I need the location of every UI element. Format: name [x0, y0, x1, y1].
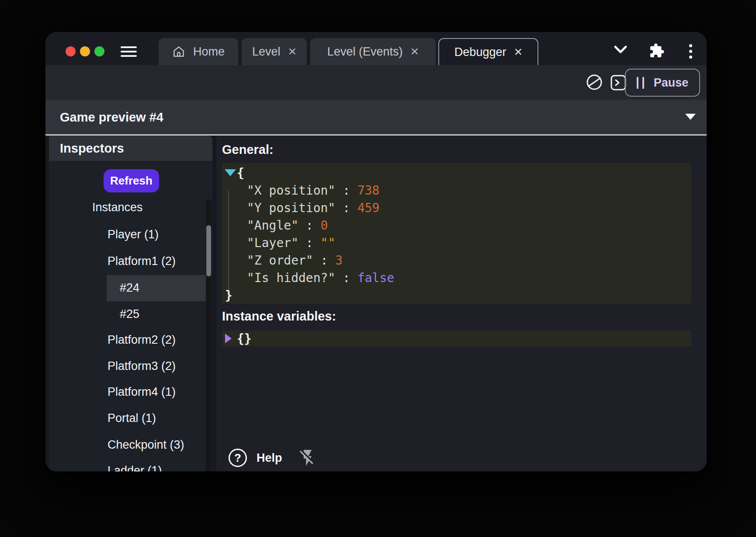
close-brace: }	[222, 288, 232, 303]
tree-item-platform1[interactable]: Platform1 (2)	[49, 251, 206, 271]
tab-label: Home	[193, 45, 225, 59]
close-tab-icon[interactable]: ×	[514, 45, 522, 59]
zoom-window-button[interactable]	[94, 46, 104, 56]
tab-label: Level	[252, 45, 281, 59]
app-window: Home Level × Level (Events) × Debugger ×	[45, 32, 707, 471]
inspector-detail-panel: General: { "X position" : 738 "Y positio…	[216, 136, 707, 471]
json-value: false	[357, 271, 394, 285]
screenshot-stage: Home Level × Level (Events) × Debugger ×	[0, 0, 756, 537]
help-label: Help	[257, 451, 282, 465]
json-row: "Y position" : 459	[222, 199, 691, 216]
close-tab-icon[interactable]: ×	[288, 44, 296, 58]
json-value: 459	[357, 201, 380, 215]
tree-item-instances[interactable]: Instances	[49, 198, 206, 217]
home-icon	[172, 45, 185, 58]
tab-label: Level (Events)	[327, 45, 403, 59]
tree-item-player[interactable]: Player (1)	[49, 225, 206, 244]
console-icon[interactable]	[610, 74, 627, 91]
inspectors-header: Inspectors	[49, 136, 212, 161]
json-value: ""	[321, 236, 336, 250]
dropdown-caret-icon	[685, 114, 696, 120]
flash-off-icon	[298, 448, 317, 468]
collapse-expander-icon[interactable]	[225, 169, 236, 176]
inspectors-sidebar: Inspectors Refresh Instances Player (1) …	[49, 136, 212, 471]
open-brace: {	[237, 166, 244, 180]
inspectors-title: Inspectors	[60, 141, 124, 156]
tree-item-ladder[interactable]: Ladder (1)	[49, 461, 206, 471]
hamburger-menu-icon[interactable]	[121, 46, 137, 57]
titlebar: Home Level × Level (Events) × Debugger ×	[45, 32, 707, 65]
json-value: 3	[335, 253, 343, 268]
tab-level-events[interactable]: Level (Events) ×	[310, 38, 436, 65]
pause-button[interactable]: Pause	[625, 69, 700, 97]
tab-label: Debugger	[454, 45, 506, 59]
help-icon[interactable]: ?	[229, 449, 247, 467]
tree-item-portal[interactable]: Portal (1)	[49, 408, 206, 428]
tree-item-platform4[interactable]: Platform4 (1)	[49, 382, 206, 401]
json-collapsed-row: {}	[222, 331, 691, 346]
expand-expander-icon[interactable]	[225, 334, 232, 343]
tree-item-platform3[interactable]: Platform3 (2)	[49, 356, 206, 376]
game-preview-title: Game preview #4	[60, 110, 163, 125]
kebab-menu-icon[interactable]	[688, 44, 693, 60]
tree-item-instance-24[interactable]: #24	[49, 278, 206, 297]
tree-item-platform2[interactable]: Platform2 (2)	[49, 330, 206, 349]
instance-variables-json-tree: {}	[222, 331, 691, 346]
close-window-button[interactable]	[66, 46, 76, 56]
instance-variables-section-label: Instance variables:	[222, 309, 336, 324]
json-root-row: {	[222, 164, 691, 181]
extensions-puzzle-icon[interactable]	[649, 43, 665, 59]
general-json-tree: { "X position" : 738 "Y position" : 459 …	[222, 163, 691, 303]
json-close-row: }	[222, 286, 691, 304]
tab-home[interactable]: Home	[159, 38, 238, 65]
json-value: 0	[321, 218, 328, 233]
game-preview-selector[interactable]: Game preview #4	[45, 100, 707, 134]
collapsed-object-value: {}	[237, 331, 252, 346]
chevron-down-icon[interactable]	[614, 45, 628, 54]
pause-icon	[637, 77, 644, 89]
tab-debugger[interactable]: Debugger ×	[438, 38, 538, 65]
json-row: "Angle" : 0	[222, 216, 691, 234]
sidebar-scrollbar-thumb[interactable]	[206, 225, 211, 276]
close-tab-icon[interactable]: ×	[410, 44, 419, 58]
json-row: "Is hidden?" : false	[222, 269, 691, 286]
json-row: "Layer" : ""	[222, 234, 691, 251]
tree-item-checkpoint[interactable]: Checkpoint (3)	[49, 435, 206, 454]
debugger-content: Inspectors Refresh Instances Player (1) …	[45, 136, 707, 471]
json-value: 738	[357, 183, 380, 198]
tree-item-instance-25[interactable]: #25	[49, 304, 206, 324]
help-row: ? Help	[229, 446, 317, 469]
json-row: "Z order" : 3	[222, 251, 691, 269]
tab-level[interactable]: Level ×	[242, 38, 307, 65]
general-section-label: General:	[222, 143, 274, 157]
minimize-window-button[interactable]	[80, 46, 90, 56]
pause-button-label: Pause	[654, 76, 689, 90]
refresh-button[interactable]: Refresh	[104, 169, 159, 192]
json-row: "X position" : 738	[222, 181, 691, 199]
debugger-toolbar: Pause	[45, 65, 707, 100]
profiler-icon[interactable]	[585, 73, 604, 92]
